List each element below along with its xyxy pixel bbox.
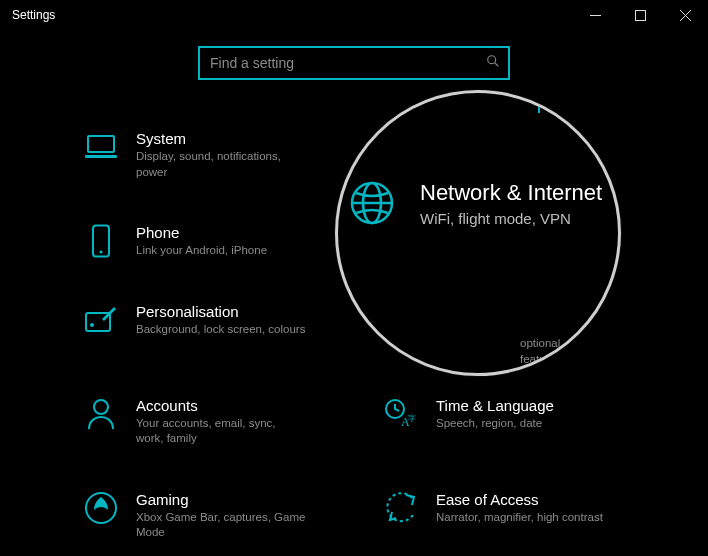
category-desc: Your accounts, email, sync, work, family [136,416,306,447]
maximize-button[interactable] [618,0,663,30]
category-desc: Xbox Game Bar, captures, Game Mode [136,510,306,541]
titlebar: Settings [0,0,708,30]
category-title: System [136,130,306,147]
svg-point-10 [94,400,108,414]
search-input[interactable] [208,54,486,72]
category-gaming[interactable]: Gaming Xbox Game Bar, captures, Game Mod… [54,491,354,541]
window-controls [573,0,708,30]
magnified-title: Network & Internet [420,180,602,206]
category-title: Phone [136,224,267,241]
category-desc: Display, sound, notifications, power [136,149,306,180]
category-title: Time & Language [436,397,554,414]
globe-icon [348,179,396,227]
search-container [0,46,708,80]
category-desc: Narrator, magnifier, high contrast [436,510,603,526]
svg-rect-5 [85,155,117,158]
laptop-icon [84,130,118,164]
window-title: Settings [12,8,55,22]
magnified-desc: WiFi, flight mode, VPN [420,210,602,227]
gaming-icon [84,491,118,525]
category-accounts[interactable]: Accounts Your accounts, email, sync, wor… [54,397,354,447]
category-title: Accounts [136,397,306,414]
ease-icon [384,491,418,525]
category-personalisation[interactable]: Personalisation Background, lock screen,… [54,303,354,353]
svg-line-3 [495,63,499,67]
close-button[interactable] [663,0,708,30]
svg-rect-0 [590,15,601,16]
person-icon [84,397,118,431]
search-box[interactable] [198,46,510,80]
category-phone[interactable]: Phone Link your Android, iPhone [54,224,354,259]
category-title: Gaming [136,491,306,508]
time-lang-icon: A字 [384,397,418,431]
svg-text:字: 字 [408,414,416,423]
svg-point-7 [99,250,102,253]
category-title: Ease of Access [436,491,603,508]
category-title: Personalisation [136,303,305,320]
svg-rect-1 [636,10,646,20]
search-icon [486,54,500,72]
svg-point-9 [90,323,94,327]
magnifier-overlay: Network & Internet WiFi, flight mode, VP… [335,90,621,376]
svg-rect-4 [88,136,114,152]
category-desc: Link your Android, iPhone [136,243,267,259]
category-system[interactable]: System Display, sound, notifications, po… [54,130,354,180]
category-desc: Background, lock screen, colours [136,322,305,338]
category-time-language[interactable]: A字 Time & Language Speech, region, date [354,397,654,447]
minimize-button[interactable] [573,0,618,30]
phone-icon [84,224,118,258]
brush-icon [84,303,118,337]
svg-point-2 [488,56,496,64]
category-ease-of-access[interactable]: Ease of Access Narrator, magnifier, high… [354,491,654,541]
category-desc: Speech, region, date [436,416,554,432]
